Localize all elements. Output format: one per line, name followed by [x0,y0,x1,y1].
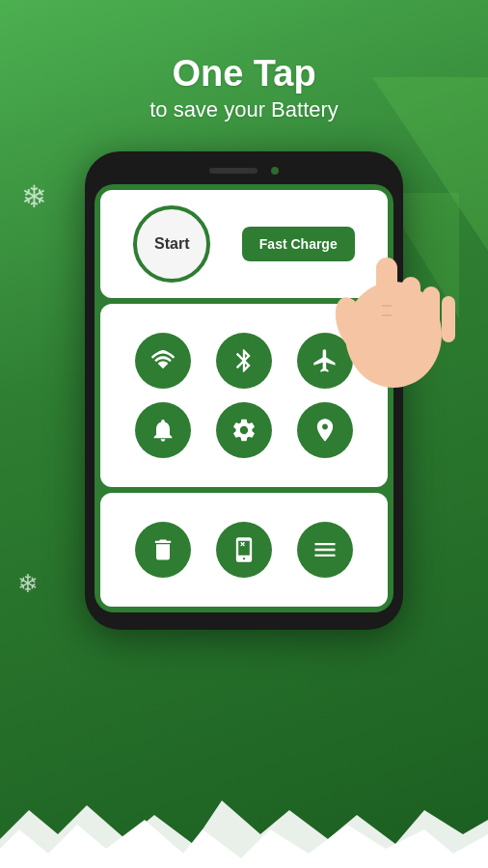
bottom-card [100,493,388,607]
phone-top-bar [95,167,393,175]
page-title: One Tap [149,53,339,95]
airplane-button[interactable] [297,333,353,389]
phone-mockup: Start Fast Charge [85,151,403,630]
trash-icon [149,536,176,563]
bell-button[interactable] [135,402,191,458]
menu-icon [312,536,339,563]
fast-charge-button[interactable]: Fast Charge [242,227,355,261]
start-label: Start [154,235,189,253]
header: One Tap to save your Battery [149,53,339,122]
location-button[interactable] [297,402,353,458]
trash-button[interactable] [135,522,191,578]
phone-clean-icon [230,536,258,563]
location-icon [312,417,339,444]
phone-camera [271,167,279,175]
bluetooth-icon [230,347,258,374]
icons-grid [118,319,370,472]
airplane-icon [312,347,339,374]
page-subtitle: to save your Battery [149,97,339,122]
bluetooth-button[interactable] [216,333,272,389]
wifi-icon [149,347,176,374]
phone-speaker [209,168,258,174]
snowflake-icon-2: ❄ [17,569,39,599]
start-card: Start Fast Charge [100,190,388,298]
icons-card [100,304,388,487]
phone-clean-button[interactable] [216,522,272,578]
settings-icon [230,417,258,444]
snowflake-icon-1: ❄ [21,178,47,215]
phone-screen: Start Fast Charge [95,184,393,612]
mountains-decoration [0,791,488,868]
menu-button[interactable] [297,522,353,578]
phone-body: Start Fast Charge [85,151,403,630]
settings-button[interactable] [216,402,272,458]
bottom-icons-grid [118,508,370,591]
wifi-button[interactable] [135,333,191,389]
bell-icon [149,417,176,444]
start-button[interactable]: Start [133,205,210,283]
